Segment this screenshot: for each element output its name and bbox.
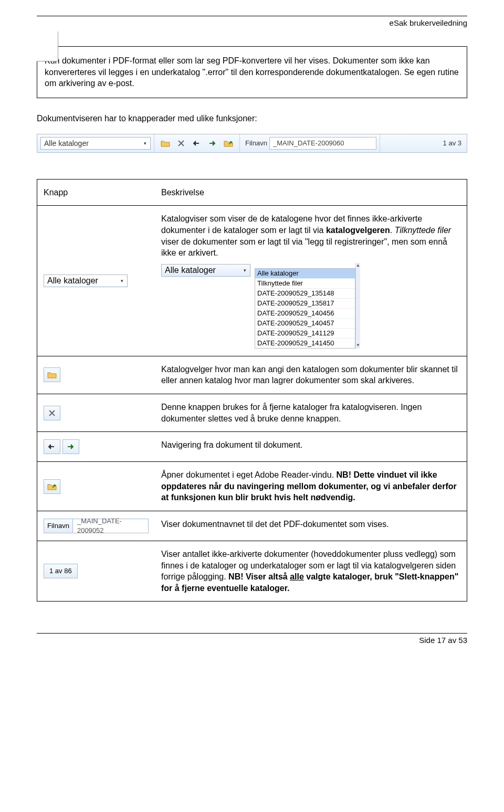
arrow-right-icon	[67, 444, 75, 450]
catalog-dropdown-expanded-top-label: Alle kataloger	[165, 265, 216, 276]
folder-icon	[47, 371, 57, 378]
catalog-dropdown-sample-label: Alle kataloger	[47, 275, 98, 287]
row1-icon: Alle kataloger ▾	[37, 206, 155, 356]
page-number: Side 17 av 53	[37, 636, 467, 645]
arrow-left-icon	[193, 140, 201, 146]
catalog-dropdown-expanded-top[interactable]: Alle kataloger ▾	[161, 264, 250, 277]
row4-desc: Navigering fra dokument til dokument.	[155, 432, 467, 462]
row5-desc: Åpner dokumentet i eget Adobe Reader-vin…	[155, 462, 467, 511]
arrow-right-icon	[208, 140, 217, 146]
toolbar: Alle kataloger ▾	[37, 134, 467, 153]
tab-stub-decor	[37, 31, 58, 61]
list-item[interactable]: Tilknyttede filer	[255, 279, 355, 289]
intro-text: Dokumentviseren har to knapperader med u…	[37, 114, 467, 123]
info-box: Kun dokumenter i PDF-format eller som la…	[37, 46, 467, 98]
doc-count: 1 av 3	[441, 139, 464, 147]
open-external-button[interactable]	[221, 136, 236, 150]
catalog-dropdown-sample[interactable]: Alle kataloger ▾	[44, 275, 128, 287]
prev-button[interactable]	[190, 136, 204, 150]
list-item[interactable]: DATE-20090529_135148	[255, 289, 355, 299]
col-beskrivelse: Beskrivelse	[155, 179, 467, 206]
open-window-icon	[224, 140, 233, 147]
chevron-down-icon: ▾	[141, 139, 149, 147]
filnavn-label: Filnavn	[243, 139, 269, 147]
x-icon	[177, 140, 185, 147]
arrow-left-icon	[48, 444, 56, 450]
catalog-dropdown[interactable]: Alle kataloger ▾	[40, 137, 151, 150]
delete-button-sample[interactable]	[44, 406, 60, 420]
row6-desc: Viser dokumentnavnet til det det PDF-dok…	[155, 511, 467, 541]
filnavn-sample: Filnavn _MAIN_DATE-2009052	[44, 519, 149, 533]
folder-button-sample[interactable]	[44, 367, 60, 382]
row7-desc: Viser antallet ikke-arkiverte dokumenter…	[155, 541, 467, 601]
row2-desc: Katalogvelger hvor man kan angi den kata…	[155, 356, 467, 394]
row3-desc: Denne knappen brukes for å fjerne katalo…	[155, 394, 467, 431]
chevron-down-icon: ▾	[240, 266, 249, 275]
footer: Side 17 av 53	[37, 633, 467, 645]
list-item[interactable]: DATE-20090529_140457	[255, 319, 355, 329]
list-item[interactable]: Alle kataloger	[255, 269, 355, 279]
filnavn-sample-value: _MAIN_DATE-2009052	[72, 519, 148, 533]
header-title: eSak brukerveiledning	[37, 18, 467, 27]
folder-button[interactable]	[158, 136, 173, 150]
list-item[interactable]: DATE-20090529_135817	[255, 299, 355, 309]
folder-icon	[161, 140, 170, 147]
col-knapp: Knapp	[37, 179, 155, 206]
filnavn-input[interactable]	[270, 138, 376, 149]
delete-button[interactable]	[174, 136, 188, 150]
button-description-table: Knapp Beskrivelse Alle kataloger ▾ Katal…	[37, 179, 467, 602]
filnavn-sample-label: Filnavn	[44, 521, 72, 531]
list-item[interactable]: DATE-20090529_141450	[255, 339, 355, 348]
next-button[interactable]	[205, 136, 220, 150]
prev-button-sample[interactable]	[44, 439, 60, 454]
row1-desc: Katalogviser som viser de de katalogene …	[155, 206, 467, 356]
open-external-button-sample[interactable]	[44, 479, 60, 494]
next-button-sample[interactable]	[62, 439, 79, 454]
open-window-icon	[47, 483, 57, 490]
scrollbar[interactable]: ▲▼	[355, 263, 360, 349]
list-item[interactable]: DATE-20090529_141129	[255, 329, 355, 339]
list-item[interactable]: DATE-20090529_140456	[255, 309, 355, 319]
catalog-listbox[interactable]: Alle kataloger Tilknyttede filer DATE-20…	[255, 268, 355, 349]
x-icon	[48, 409, 56, 417]
chevron-down-icon: ▾	[118, 277, 126, 285]
filnavn-field[interactable]	[269, 137, 376, 150]
catalog-dropdown-label: Alle kataloger	[44, 139, 89, 147]
count-sample: 1 av 86	[44, 564, 78, 578]
